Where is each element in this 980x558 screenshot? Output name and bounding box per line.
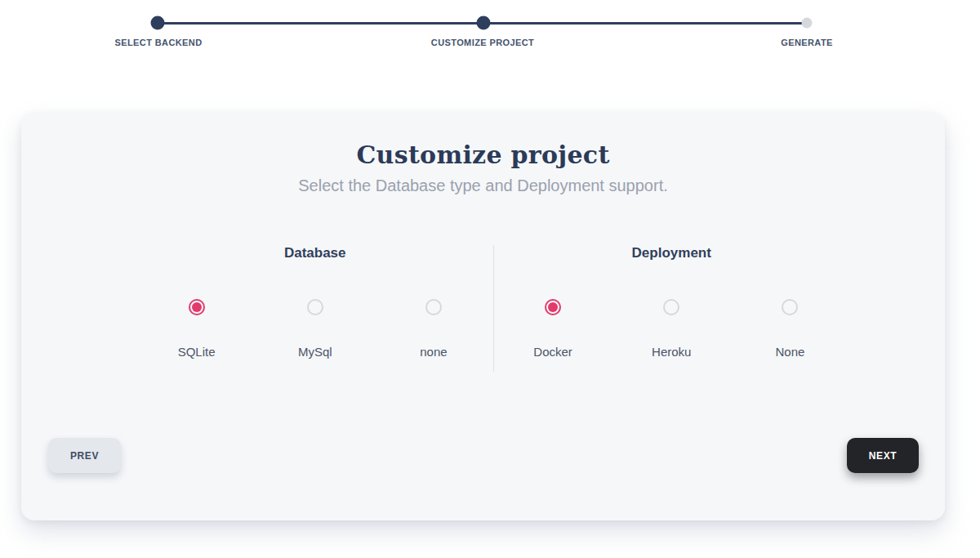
- option-label-mysql: MySql: [298, 345, 332, 359]
- radio-group-database: Database SQLite MySql none: [137, 245, 494, 372]
- option-label-db-none: none: [420, 345, 447, 359]
- step-label-customize-project: CUSTOMIZE PROJECT: [431, 38, 534, 47]
- prev-button[interactable]: PREV: [48, 438, 121, 473]
- radio-option-db-none[interactable]: none: [374, 299, 492, 359]
- option-label-heroku: Heroku: [652, 345, 691, 359]
- next-button[interactable]: NEXT: [847, 438, 919, 473]
- option-groups: Database SQLite MySql none: [137, 245, 849, 372]
- radio-option-deploy-none[interactable]: None: [731, 299, 849, 359]
- radio-circle-deploy-none[interactable]: [782, 299, 798, 315]
- wizard-page: SELECT BACKEND CUSTOMIZE PROJECT GENERAT…: [0, 0, 980, 558]
- radio-circle-db-none[interactable]: [425, 299, 442, 315]
- radio-circle-sqlite[interactable]: [189, 299, 205, 315]
- stepper: SELECT BACKEND CUSTOMIZE PROJECT GENERAT…: [0, 0, 980, 65]
- radio-circle-heroku[interactable]: [663, 299, 679, 315]
- option-label-deploy-none: None: [776, 345, 805, 359]
- step-dot-select-backend: [151, 16, 165, 30]
- step-dot-customize-project: [477, 16, 491, 30]
- radio-option-docker[interactable]: Docker: [494, 299, 612, 359]
- database-group-heading: Database: [137, 245, 493, 261]
- option-label-docker: Docker: [533, 345, 572, 359]
- radio-option-mysql[interactable]: MySql: [256, 299, 374, 359]
- customize-project-card: Customize project Select the Database ty…: [21, 113, 945, 520]
- radio-circle-docker[interactable]: [545, 299, 561, 315]
- step-dot-generate: [802, 18, 813, 29]
- radio-group-deployment: Deployment Docker Heroku None: [494, 245, 850, 372]
- deployment-options-row: Docker Heroku None: [494, 299, 850, 359]
- radio-circle-mysql[interactable]: [307, 299, 323, 315]
- option-label-sqlite: SQLite: [178, 345, 216, 359]
- deployment-group-heading: Deployment: [494, 245, 850, 261]
- step-label-generate: GENERATE: [781, 38, 833, 47]
- database-options-row: SQLite MySql none: [137, 299, 493, 359]
- page-title: Customize project: [21, 141, 945, 169]
- page-subtitle: Select the Database type and Deployment …: [21, 176, 945, 195]
- radio-option-heroku[interactable]: Heroku: [612, 299, 731, 359]
- step-label-select-backend: SELECT BACKEND: [114, 38, 202, 47]
- radio-option-sqlite[interactable]: SQLite: [137, 299, 256, 359]
